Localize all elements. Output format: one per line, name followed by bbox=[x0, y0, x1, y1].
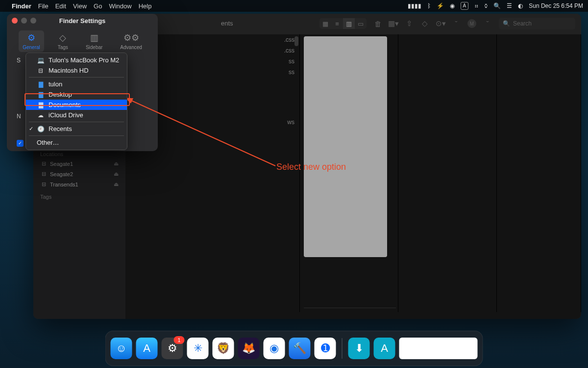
more-icon[interactable]: ⊙▾ bbox=[436, 19, 445, 28]
option-tulon[interactable]: ▇tulon bbox=[26, 79, 127, 89]
drive-icon: ⊟ bbox=[40, 171, 47, 177]
share-icon[interactable]: ⇧ bbox=[405, 19, 414, 28]
dock-1password[interactable]: ➊ bbox=[315, 338, 336, 359]
file-row[interactable]: ss bbox=[210, 67, 299, 78]
sidebar-item-seagate1[interactable]: ⊟Seagate1⏏ bbox=[37, 159, 122, 168]
option-label: Other… bbox=[37, 139, 59, 146]
option-recents[interactable]: ✓🕘Recents bbox=[26, 124, 127, 134]
option-macintosh-hd[interactable]: ⊟Macintosh HD bbox=[26, 65, 127, 76]
option-macbook[interactable]: 💻Tulon's MacBook Pro M2 bbox=[26, 55, 127, 65]
icon-view-icon[interactable]: ▦ bbox=[319, 18, 331, 29]
tab-advanced[interactable]: ⚙⚙Advanced bbox=[116, 30, 146, 52]
file-row[interactable]: .css bbox=[210, 45, 299, 56]
account-icon[interactable]: M bbox=[467, 19, 476, 28]
input-source[interactable]: A bbox=[461, 2, 469, 10]
folder-icon: ▇ bbox=[37, 81, 45, 88]
dots-icon[interactable]: ⠶ bbox=[474, 2, 479, 9]
folder-icon: ▇ bbox=[37, 91, 45, 98]
dock-appstore[interactable]: A bbox=[136, 338, 158, 359]
hdd-icon: ⊟ bbox=[37, 67, 45, 74]
folder-icon: ▇ bbox=[37, 102, 45, 108]
app-menu[interactable]: Finder bbox=[12, 2, 31, 10]
option-icloud-drive[interactable]: ☁iCloud Drive bbox=[26, 110, 127, 120]
clock[interactable]: Sun Dec 25 6:54 PM bbox=[529, 2, 583, 9]
list-view-icon[interactable]: ≡ bbox=[331, 18, 343, 29]
menu-edit[interactable]: Edit bbox=[55, 2, 66, 10]
column-2[interactable] bbox=[300, 34, 398, 312]
file-row[interactable]: ws bbox=[210, 117, 299, 128]
screen-record-icon[interactable]: ◉ bbox=[450, 2, 455, 9]
tab-general[interactable]: ⚙General bbox=[19, 30, 44, 52]
sidebar-item-transends1[interactable]: ⊟Transends1⏏ bbox=[37, 180, 122, 189]
checkbox[interactable]: ✓ bbox=[17, 140, 24, 147]
search-input[interactable]: 🔍Search bbox=[499, 18, 575, 29]
tag-icon: ◇ bbox=[59, 32, 66, 43]
preview-filename bbox=[304, 308, 396, 312]
separator bbox=[29, 77, 124, 78]
column-3[interactable] bbox=[398, 34, 497, 312]
spotlight-icon[interactable]: 🔍 bbox=[493, 2, 501, 9]
menu-file[interactable]: File bbox=[38, 2, 49, 10]
search-icon: 🔍 bbox=[503, 20, 510, 27]
menu-view[interactable]: View bbox=[73, 2, 87, 10]
power-icon[interactable]: ⚡ bbox=[437, 2, 444, 9]
option-label: Documents bbox=[49, 101, 81, 108]
dock-firefox[interactable]: 🦊 bbox=[238, 338, 260, 359]
menu-go[interactable]: Go bbox=[94, 2, 102, 10]
dock-brave[interactable]: 🦁 bbox=[213, 338, 234, 359]
dock-xcode[interactable]: 🔨 bbox=[289, 338, 311, 359]
option-label: tulon bbox=[49, 80, 62, 88]
file-row[interactable]: ss bbox=[210, 56, 299, 67]
option-label: Recents bbox=[49, 125, 72, 132]
column-1[interactable]: .css .css ss ss ws bbox=[210, 34, 300, 312]
bluetooth-icon[interactable]: ᛒ bbox=[427, 2, 431, 9]
option-documents[interactable]: ▇Documents bbox=[26, 100, 127, 110]
group-icon[interactable]: ▦▾ bbox=[389, 19, 398, 28]
settings-title: Finder Settings bbox=[7, 14, 158, 27]
gallery-view-icon[interactable]: ▭ bbox=[355, 18, 367, 29]
new-window-folder-dropdown[interactable]: 💻Tulon's MacBook Pro M2 ⊟Macintosh HD ▇t… bbox=[25, 53, 127, 150]
dock-downloads[interactable]: ⬇ bbox=[348, 338, 370, 359]
dock-settings[interactable]: ⚙1 bbox=[162, 338, 183, 359]
eject-icon[interactable]: ⏏ bbox=[114, 171, 119, 177]
sidebar-icon: ▥ bbox=[90, 32, 98, 43]
sidebar-item-seagate2[interactable]: ⊟Seagate2⏏ bbox=[37, 169, 122, 179]
trash-icon[interactable]: 🗑 bbox=[373, 19, 382, 28]
view-switcher[interactable]: ▦ ≡ ▥ ▭ bbox=[319, 18, 367, 29]
siri-icon[interactable]: ◐ bbox=[518, 2, 523, 9]
chevron-down-icon[interactable]: ˇ bbox=[452, 19, 461, 28]
dock-finder[interactable]: ☺ bbox=[111, 338, 132, 359]
sidebar-item-label: Seagate2 bbox=[50, 171, 73, 177]
column-view-icon[interactable]: ▥ bbox=[343, 18, 355, 29]
tab-label: Sidebar bbox=[86, 45, 102, 50]
column-4[interactable] bbox=[497, 34, 581, 312]
tab-sidebar[interactable]: ▥Sidebar bbox=[82, 30, 106, 52]
dock-apps-folder[interactable]: A bbox=[374, 338, 395, 359]
clock-icon: 🕘 bbox=[37, 126, 45, 132]
eject-icon[interactable]: ⏏ bbox=[114, 181, 119, 187]
sidebar-section-tags: Tags bbox=[40, 194, 122, 200]
control-center-icon[interactable]: ☰ bbox=[507, 2, 512, 9]
tag-icon[interactable]: ◇ bbox=[420, 19, 429, 28]
file-row[interactable]: .css bbox=[210, 34, 299, 45]
dock: ☺ A ⚙1 ✳ 🦁 🦊 ◉ 🔨 ➊ ⬇ A bbox=[105, 331, 483, 366]
menu-window[interactable]: Window bbox=[109, 2, 131, 10]
sidebar-item-label: Seagate1 bbox=[50, 161, 73, 167]
battery-icon[interactable]: ▮▮▮▮ bbox=[408, 2, 421, 9]
tab-tags[interactable]: ◇Tags bbox=[54, 30, 72, 52]
tab-label: Tags bbox=[58, 45, 68, 50]
separator bbox=[29, 135, 124, 136]
option-desktop[interactable]: ▇Desktop bbox=[26, 89, 127, 100]
eject-icon[interactable]: ⏏ bbox=[114, 160, 119, 167]
window-title: ents bbox=[221, 20, 233, 27]
dock-safari[interactable]: ✳ bbox=[187, 338, 209, 359]
tab-label: General bbox=[23, 45, 40, 50]
menu-help[interactable]: Help bbox=[139, 2, 152, 10]
dock-chrome[interactable]: ◉ bbox=[264, 338, 285, 359]
option-other[interactable]: Other… bbox=[26, 137, 127, 148]
chevron-down-icon[interactable]: ˇ bbox=[483, 19, 492, 28]
column-browser: .css .css ss ss ws bbox=[210, 34, 581, 312]
cloud-icon: ☁ bbox=[37, 112, 45, 119]
dock-minimized-window[interactable] bbox=[399, 338, 478, 359]
wifi-icon[interactable]: ⧲ bbox=[485, 2, 488, 9]
